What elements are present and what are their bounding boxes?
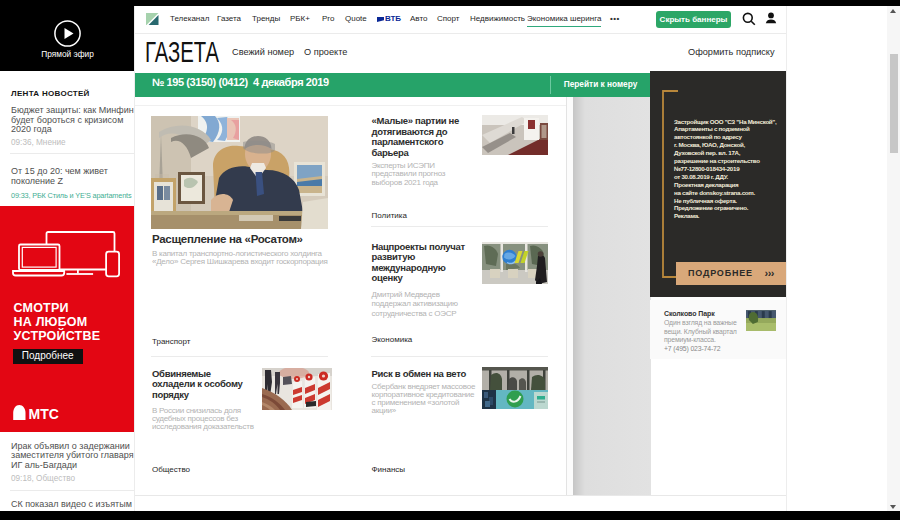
svg-text:МТС: МТС bbox=[28, 406, 58, 422]
